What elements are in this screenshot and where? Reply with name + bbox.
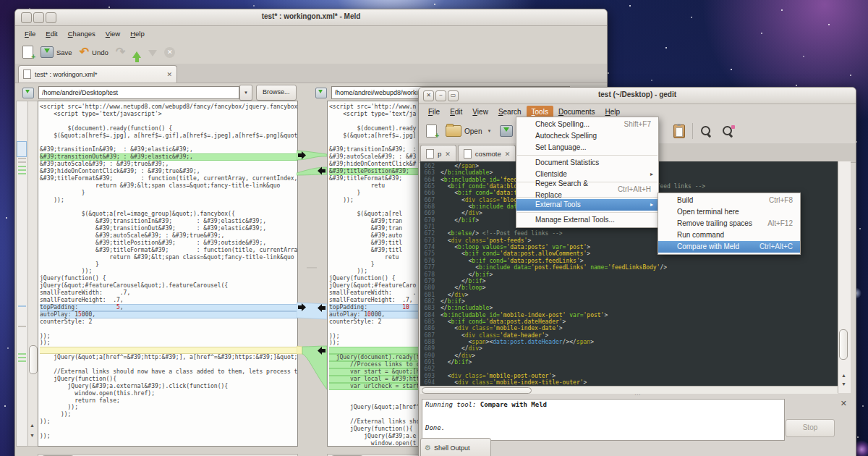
panel-splitter-handle[interactable]: ⋯	[419, 393, 856, 398]
code-line	[40, 203, 297, 211]
tab-label: cosmote	[475, 150, 501, 158]
scrollbar-thumb[interactable]	[839, 329, 848, 360]
menu-item-remove-trailing-spaces[interactable]: Remove trailing spacesAlt+F12	[658, 218, 800, 229]
code-line: &#39;hideOnContentClick&#39; : &#39;true…	[40, 168, 297, 175]
gedit-window: ✕ − ▭ test (~/Desktop) - gedit FileEditV…	[418, 87, 856, 456]
editor-line: 687 <div class='date-header'>	[420, 332, 838, 339]
left-diff-pane[interactable]: <script src='http://www.netupd8.com/webu…	[38, 101, 298, 447]
menubar-item-file[interactable]: File	[423, 106, 445, 118]
code-line: ));	[40, 339, 297, 347]
menu-item-external-tools[interactable]: External Tools▸	[516, 199, 658, 211]
menu-item-open-terminal-here[interactable]: Open terminal here	[658, 206, 800, 218]
code-line: <script src='http://www.netupd8.com/webu…	[40, 104, 297, 111]
code-line: ));	[40, 404, 297, 411]
gedit-titlebar[interactable]: ✕ − ▭ test (~/Desktop) - gedit	[419, 88, 856, 104]
menubar-item-view[interactable]: View	[467, 106, 493, 118]
shell-output-tab[interactable]: ⚙ Shell Output	[420, 438, 491, 456]
menu-shortcut: Shift+F7	[624, 119, 651, 130]
search-button[interactable]	[699, 124, 712, 138]
scroll-up-icon[interactable]: ▲	[841, 373, 846, 378]
menubar-item-help[interactable]: Help	[125, 28, 150, 39]
menubar-item-search[interactable]: Search	[493, 106, 527, 118]
menu-item-compare-with-meld[interactable]: Compare with MeldCtrl+Alt+C	[658, 241, 800, 253]
tab-close-icon[interactable]: ✕	[505, 151, 511, 158]
menubar-item-documents[interactable]: Documents	[553, 106, 600, 118]
save-button[interactable]	[500, 125, 513, 137]
editor-line: 680 </b:loop>	[420, 284, 838, 291]
meld-diff-tab[interactable]: test* : workingon.xml* ✕	[18, 65, 177, 83]
editor-vertical-scrollbar[interactable]: ▲ ▼	[838, 161, 851, 393]
previous-change-button[interactable]	[132, 47, 141, 58]
file-save-indicator-icon[interactable]	[22, 88, 34, 98]
open-folder-icon	[446, 125, 461, 137]
scroll-down-icon[interactable]: ▼	[841, 381, 846, 387]
open-dropdown-icon[interactable]: ▼	[487, 129, 491, 133]
stop-icon: ✕	[164, 47, 175, 58]
panel-close-icon[interactable]: ✕	[841, 399, 847, 408]
menu-item-document-statistics[interactable]: Document Statistics	[516, 157, 658, 169]
menubar-item-tools[interactable]: Tools	[527, 106, 553, 118]
overview-viewport-box[interactable]	[17, 141, 27, 157]
redo-button[interactable]: ↷	[116, 46, 125, 58]
browse-button[interactable]: Browse...	[256, 85, 297, 101]
stop-button[interactable]: ✕	[164, 47, 175, 58]
file-save-indicator-icon[interactable]	[315, 88, 327, 98]
code-line: <script type='text/javascript'>	[40, 111, 297, 118]
menu-item-autocheck-spelling[interactable]: Autocheck Spelling	[516, 130, 658, 142]
meld-menubar: FileEditChangesViewHelp	[15, 26, 607, 41]
menu-item-build[interactable]: BuildCtrl+F8	[658, 195, 800, 206]
menubar-item-edit[interactable]: Edit	[41, 28, 62, 39]
menu-item-run-command[interactable]: Run command	[658, 229, 800, 241]
editor-line: 677 <b:include data='post.feedLinks' nam…	[420, 264, 838, 271]
open-button[interactable]: Open ▼	[446, 125, 491, 137]
undo-button[interactable]: ↶ Undo	[80, 46, 109, 58]
search-icon	[699, 124, 712, 138]
path-dropdown-button[interactable]: ▼	[239, 85, 252, 101]
new-document-button[interactable]: +	[426, 124, 437, 138]
code-line: counterStyle: 2	[40, 318, 297, 326]
code-line: ));	[40, 433, 297, 440]
save-icon	[41, 46, 54, 58]
code-line: autoPlay: 15000,	[40, 311, 297, 318]
new-file-button[interactable]: +	[22, 46, 33, 59]
running-tool-label: Running tool:	[425, 401, 480, 408]
next-change-button[interactable]	[148, 44, 157, 61]
menubar-item-edit[interactable]: Edit	[445, 106, 467, 118]
editor-line: 686 <div class='mobile-index-date'>	[420, 325, 838, 332]
code-line: smallFeatureHeight: .7,	[40, 297, 297, 304]
menubar-item-view[interactable]: View	[101, 28, 125, 39]
replace-button[interactable]	[721, 124, 734, 138]
editor-line: 683</b:includable>	[420, 305, 838, 311]
left-file-path-input[interactable]	[38, 86, 239, 99]
meld-titlebar[interactable]: test* : workingon.xml* - Meld	[15, 9, 607, 26]
code-line	[40, 139, 297, 146]
scrollbar-thumb[interactable]	[29, 345, 38, 374]
paste-button[interactable]	[673, 124, 685, 138]
tab-close-icon[interactable]: ✕	[166, 71, 172, 78]
code-line: ));	[40, 418, 297, 426]
menubar-item-file[interactable]: File	[20, 28, 41, 39]
code-line: return false;	[40, 397, 297, 405]
menu-item-manage-external-tools[interactable]: Manage External Tools...	[516, 214, 658, 226]
submenu-arrow-icon: ▸	[650, 199, 653, 211]
editor-line: 688 <span><data:post.dateHeader/></span>	[420, 339, 838, 345]
code-line: ));	[40, 268, 297, 275]
save-label: Save	[56, 48, 72, 56]
shell-output-tab-label: Shell Output	[434, 444, 470, 452]
tab-p[interactable]: p ✕	[420, 145, 456, 162]
tab-cosmote[interactable]: cosmote ✕	[458, 145, 516, 162]
menu-item-regex-search-replace[interactable]: Regex Search & ReplaceCtrl+Alt+H	[516, 184, 658, 195]
document-icon	[426, 149, 434, 159]
tab-close-icon[interactable]: ✕	[445, 151, 451, 158]
editor-line: 682</b:if>	[420, 298, 838, 305]
menu-item-set-language[interactable]: Set Language...	[516, 142, 658, 153]
scroll-up-icon[interactable]: ▲	[30, 423, 35, 428]
menu-item-check-spelling[interactable]: Check Spelling...Shift+F7	[516, 119, 658, 130]
code-line: $(&quot;a[rel=image_group]&quot;).fancyb…	[40, 211, 297, 218]
stop-button[interactable]: Stop	[786, 419, 835, 437]
code-line: $(document).ready(function() {	[40, 125, 297, 132]
scroll-down-icon[interactable]: ▼	[30, 433, 35, 438]
menubar-item-changes[interactable]: Changes	[63, 28, 101, 39]
save-button[interactable]: Save	[41, 46, 72, 58]
menubar-item-help[interactable]: Help	[600, 106, 626, 118]
